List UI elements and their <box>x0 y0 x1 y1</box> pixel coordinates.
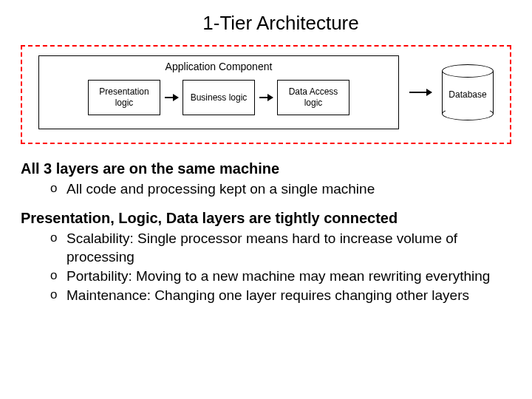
diagram-container: Application Component Presentation logic… <box>21 45 511 144</box>
application-component-label: Application Component <box>50 61 388 72</box>
section-2: Presentation, Logic, Data layers are tig… <box>21 210 511 304</box>
data-access-logic-box: Data Access logic <box>277 80 349 115</box>
arrow-icon <box>165 97 178 98</box>
section-1: All 3 layers are on the same machine All… <box>21 160 511 198</box>
list-item: Maintenance: Changing one layer requires… <box>50 287 511 304</box>
logic-row: Presentation logic Business logic Data A… <box>50 80 388 115</box>
list-item: Portability: Moving to a new machine may… <box>50 267 511 285</box>
bullet-list: All code and processing kept on a single… <box>21 180 511 198</box>
arrow-icon <box>259 97 273 98</box>
application-component-box: Application Component Presentation logic… <box>38 55 399 129</box>
business-logic-box: Business logic <box>183 80 255 115</box>
page-title: 1-Tier Architecture <box>50 12 511 35</box>
list-item: Scalability: Single processor means hard… <box>50 230 511 266</box>
architecture-diagram: Application Component Presentation logic… <box>38 55 494 129</box>
arrow-icon <box>409 92 432 93</box>
list-item: All code and processing kept on a single… <box>50 180 511 198</box>
database-cylinder-icon: Database <box>442 64 494 120</box>
section-heading: Presentation, Logic, Data layers are tig… <box>21 210 511 227</box>
database-label: Database <box>449 89 486 100</box>
presentation-logic-box: Presentation logic <box>88 80 160 115</box>
section-heading: All 3 layers are on the same machine <box>21 160 511 177</box>
bullet-list: Scalability: Single processor means hard… <box>21 230 511 304</box>
